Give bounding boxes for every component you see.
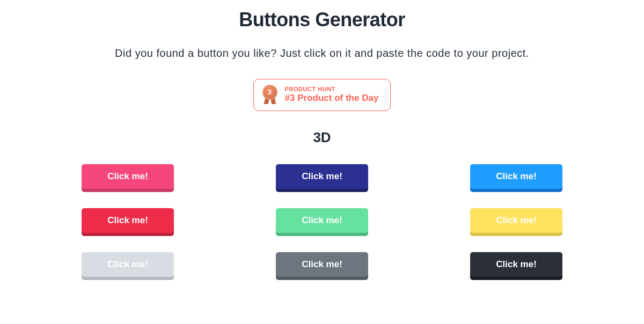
buttons-grid: Click me! Click me! Click me! Click me! … [82,164,562,277]
button-3d-lightgray[interactable]: Click me! [82,252,174,277]
button-3d-pink[interactable]: Click me! [82,164,174,189]
button-3d-green[interactable]: Click me! [276,208,368,233]
section-title-3d: 3D [313,129,331,146]
button-3d-dark[interactable]: Click me! [470,252,562,277]
product-hunt-badge[interactable]: 3 PRODUCT HUNT #3 Product of the Day [253,79,391,111]
button-3d-red[interactable]: Click me! [82,208,174,233]
page-title: Buttons Generator [239,9,405,31]
button-3d-yellow[interactable]: Click me! [470,208,562,233]
button-3d-indigo[interactable]: Click me! [276,164,368,189]
button-3d-blue[interactable]: Click me! [470,164,562,189]
page-subtitle: Did you found a button you like? Just cl… [115,47,529,60]
product-hunt-rank-label: #3 Product of the Day [285,93,379,104]
medal-rank: 3 [262,85,277,100]
medal-icon: 3 [261,85,279,105]
button-3d-gray[interactable]: Click me! [276,252,368,277]
product-hunt-label: PRODUCT HUNT [285,86,379,93]
product-hunt-text: PRODUCT HUNT #3 Product of the Day [285,86,379,104]
